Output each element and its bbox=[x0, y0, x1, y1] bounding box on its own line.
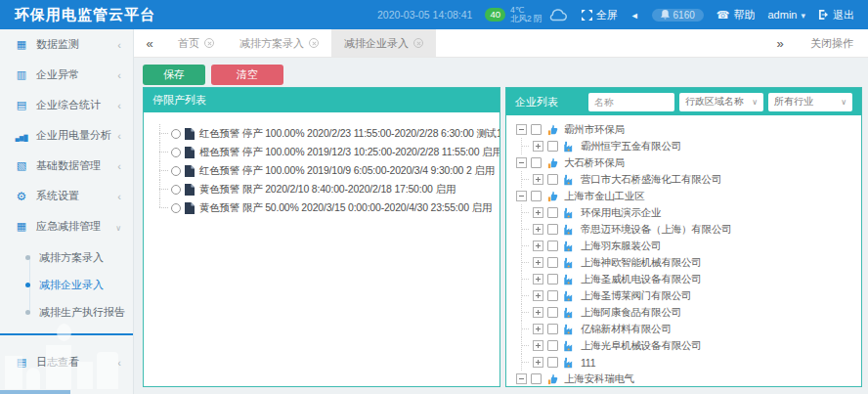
close-tab-icon[interactable] bbox=[204, 38, 214, 48]
expand-toggle-icon[interactable] bbox=[533, 340, 543, 351]
tab-label: 减排方案录入 bbox=[239, 36, 304, 51]
sidebar-item[interactable]: 系统设置 bbox=[0, 181, 133, 211]
sidebar-item-label: 数据监测 bbox=[36, 37, 117, 52]
expand-toggle-icon[interactable] bbox=[516, 124, 527, 135]
enterprise-tree-row[interactable]: 上海羽东服装公司 bbox=[516, 238, 857, 254]
sidebar-item[interactable]: 数据监测 bbox=[0, 29, 133, 60]
fullscreen-button[interactable]: 全屏 bbox=[582, 8, 618, 22]
checkbox[interactable] bbox=[547, 257, 558, 268]
enterprise-tree-row[interactable]: 帝思迈环境设备（上海）有限公司 bbox=[516, 221, 857, 238]
enterprise-tree-row[interactable]: 上海神欧智能机械有限公司 bbox=[516, 254, 857, 271]
user-menu[interactable]: admin bbox=[768, 9, 806, 21]
expand-toggle-icon[interactable] bbox=[533, 357, 543, 368]
expand-toggle-icon[interactable] bbox=[533, 241, 543, 251]
clear-button[interactable]: 清空 bbox=[211, 65, 283, 85]
notifications-badge[interactable]: 6160 bbox=[652, 9, 704, 22]
enterprise-tree-row[interactable]: 111 bbox=[516, 354, 857, 371]
help-button[interactable]: 帮助 bbox=[716, 8, 756, 22]
close-tab-icon[interactable] bbox=[309, 38, 319, 48]
radio-icon[interactable] bbox=[171, 148, 181, 157]
region-select[interactable]: 行政区域名称 bbox=[679, 93, 763, 111]
name-search-input[interactable] bbox=[588, 93, 674, 111]
tab[interactable]: 首页 bbox=[165, 29, 227, 57]
checkbox[interactable] bbox=[547, 224, 558, 235]
checkbox[interactable] bbox=[547, 340, 558, 351]
scroll-tabs-right-icon[interactable] bbox=[764, 29, 796, 57]
expand-toggle-icon[interactable] bbox=[533, 324, 543, 334]
sidebar-subitem[interactable]: 减排企业录入 bbox=[0, 271, 133, 298]
enterprise-tree-row[interactable]: 大石桥环保局 bbox=[516, 154, 857, 171]
node-icon bbox=[563, 356, 577, 369]
expand-toggle-icon[interactable] bbox=[533, 307, 543, 318]
checkbox[interactable] bbox=[547, 290, 558, 301]
plan-tree-row[interactable]: 红色预警 停产 100.00% 2020/2/23 11:55:00-2020/… bbox=[155, 124, 496, 143]
enterprise-tree-row[interactable]: 上海市金山工业区 bbox=[516, 188, 857, 204]
enterprise-tree-row[interactable]: 霸州恒宇五金有限公司 bbox=[516, 138, 857, 154]
checkbox[interactable] bbox=[547, 174, 558, 185]
checkbox[interactable] bbox=[531, 373, 542, 384]
plan-tree-row[interactable]: 橙色预警 停产 100.00% 2019/12/3 10:25:00-2020/… bbox=[155, 143, 496, 161]
save-button[interactable]: 保存 bbox=[143, 65, 205, 85]
expand-toggle-icon[interactable] bbox=[516, 157, 527, 168]
expand-toggle-icon[interactable] bbox=[516, 191, 527, 201]
sidebar-item[interactable]: 应急减排管理 bbox=[0, 211, 133, 241]
close-operations-menu[interactable]: 关闭操作 bbox=[796, 29, 868, 57]
enterprise-tree-row[interactable]: 上海安科瑞电气 bbox=[516, 371, 857, 386]
sidebar-item[interactable]: 企业综合统计 bbox=[0, 90, 133, 120]
checkbox[interactable] bbox=[547, 141, 558, 152]
scroll-tabs-left-icon[interactable] bbox=[134, 29, 165, 57]
sidebar-subitem[interactable]: 减排生产执行报告 bbox=[0, 298, 133, 326]
checkbox[interactable] bbox=[547, 241, 558, 251]
logout-button[interactable]: 退出 bbox=[818, 8, 854, 22]
radio-icon[interactable] bbox=[171, 129, 181, 139]
sidebar-item-logs[interactable]: 日志查看 bbox=[0, 347, 133, 377]
checkbox[interactable] bbox=[531, 124, 542, 135]
sidebar-item[interactable]: 企业用电量分析 bbox=[0, 120, 133, 151]
expand-toggle-icon[interactable] bbox=[516, 373, 527, 384]
enterprise-tree-row[interactable]: 霸州市环保局 bbox=[516, 121, 857, 138]
enterprise-tree-row[interactable]: 上海圣威机电设备有限公司 bbox=[516, 271, 857, 287]
expand-toggle-icon[interactable] bbox=[533, 207, 543, 218]
enterprise-tree-row[interactable]: 环保用电演示企业 bbox=[516, 204, 857, 221]
tab[interactable]: 减排企业录入 bbox=[331, 29, 436, 57]
sidebar-subitem[interactable]: 减排方案录入 bbox=[0, 243, 133, 271]
expand-toggle-icon[interactable] bbox=[533, 257, 543, 268]
close-tab-icon[interactable] bbox=[413, 38, 423, 48]
plan-tree-row[interactable]: 红色预警 停产 100.00% 2019/10/9 6:05:00-2020/3… bbox=[155, 161, 496, 180]
enterprise-tree-row[interactable]: 上海光阜机械设备有限公司 bbox=[516, 337, 857, 354]
tab[interactable]: 减排方案录入 bbox=[227, 29, 331, 57]
checkbox[interactable] bbox=[547, 307, 558, 318]
expand-toggle-icon[interactable] bbox=[533, 224, 543, 235]
checkbox[interactable] bbox=[547, 274, 558, 285]
bureau-icon bbox=[546, 123, 559, 136]
factory-icon bbox=[563, 174, 575, 186]
checkbox[interactable] bbox=[547, 207, 558, 218]
logout-label: 退出 bbox=[833, 8, 854, 22]
radio-icon[interactable] bbox=[171, 185, 181, 195]
node-icon bbox=[546, 156, 560, 169]
expand-toggle-icon[interactable] bbox=[533, 274, 543, 285]
industry-select[interactable]: 所有行业 bbox=[768, 93, 852, 111]
plan-tree-row[interactable]: 黄色预警 限产 50.00% 2020/3/15 0:00:00-2020/4/… bbox=[155, 198, 496, 217]
sidebar-item[interactable]: 企业异常 bbox=[0, 60, 133, 90]
expand-toggle-icon[interactable] bbox=[533, 174, 543, 185]
enterprise-tree-row[interactable]: 上海阿康食品有限公司 bbox=[516, 304, 857, 321]
radio-icon[interactable] bbox=[171, 166, 181, 176]
radio-icon[interactable] bbox=[171, 203, 181, 213]
plan-tree-row[interactable]: 黄色预警 限产 2020/2/10 8:40:00-2020/2/18 17:5… bbox=[155, 180, 496, 198]
enterprise-tree-row[interactable]: 营口市大石桥盛海化工有限公司 bbox=[516, 171, 857, 188]
factory-icon bbox=[563, 257, 575, 269]
expand-toggle-icon[interactable] bbox=[533, 141, 543, 152]
checkbox[interactable] bbox=[547, 357, 558, 368]
factory-icon bbox=[563, 357, 575, 369]
enterprise-tree-row[interactable]: 亿锦新材料有限公司 bbox=[516, 321, 857, 337]
checkbox[interactable] bbox=[547, 324, 558, 334]
enterprise-name: 上海羽东服装公司 bbox=[581, 240, 661, 253]
expand-toggle-icon[interactable] bbox=[533, 290, 543, 301]
checkbox[interactable] bbox=[531, 157, 542, 168]
enterprise-tree-row[interactable]: 上海圣博莱阀门有限公司 bbox=[516, 287, 857, 304]
speaker-icon[interactable] bbox=[630, 9, 639, 21]
checkbox[interactable] bbox=[531, 191, 542, 201]
sidebar-item[interactable]: 基础数据管理 bbox=[0, 151, 133, 181]
wind-label: 北风2 阴 bbox=[510, 15, 542, 24]
